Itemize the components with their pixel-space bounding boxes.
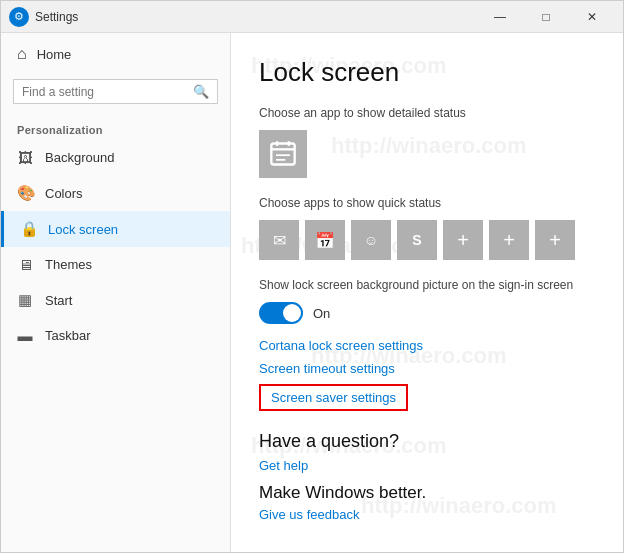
sidebar-item-label-themes: Themes (45, 257, 92, 272)
search-box[interactable]: 🔍 (13, 79, 218, 104)
main-inner: Lock screen Choose an app to show detail… (259, 57, 595, 522)
window-title: Settings (35, 10, 477, 24)
quick-icon-calendar[interactable]: 📅 (305, 220, 345, 260)
titlebar: ⚙ Settings — □ ✕ (1, 1, 623, 33)
sidebar-item-label-background: Background (45, 150, 114, 165)
quick-icon-add-1[interactable]: + (443, 220, 483, 260)
maximize-button[interactable]: □ (523, 1, 569, 33)
sidebar-item-taskbar[interactable]: ▬ Taskbar (1, 318, 230, 353)
window-controls: — □ ✕ (477, 1, 615, 33)
detailed-status-app-icon[interactable] (259, 130, 307, 178)
search-input[interactable] (22, 85, 193, 99)
sidebar-item-label-taskbar: Taskbar (45, 328, 91, 343)
quick-icon-skype[interactable]: S (397, 220, 437, 260)
main-panel: http://winaero.com http://winaero.com ht… (231, 33, 623, 552)
home-icon: ⌂ (17, 45, 27, 63)
content-area: ⌂ Home 🔍 Personalization 🖼 Background 🎨 … (1, 33, 623, 552)
sidebar-item-label-lockscreen: Lock screen (48, 222, 118, 237)
start-icon: ▦ (17, 291, 33, 309)
minimize-button[interactable]: — (477, 1, 523, 33)
sidebar-item-themes[interactable]: 🖥 Themes (1, 247, 230, 282)
search-icon: 🔍 (193, 84, 209, 99)
signin-toggle[interactable] (259, 302, 303, 324)
toggle-knob (283, 304, 301, 322)
section1-label: Choose an app to show detailed status (259, 106, 595, 120)
quick-icon-mail[interactable]: ✉ (259, 220, 299, 260)
cortana-link[interactable]: Cortana lock screen settings (259, 338, 595, 353)
toggle-section-label: Show lock screen background picture on t… (259, 278, 595, 292)
page-title: Lock screen (259, 57, 595, 88)
question-heading: Have a question? (259, 431, 595, 452)
get-help-link[interactable]: Get help (259, 458, 595, 473)
themes-icon: 🖥 (17, 256, 33, 273)
section2-label: Choose apps to show quick status (259, 196, 595, 210)
feedback-link[interactable]: Give us feedback (259, 507, 595, 522)
quick-status-icons: ✉ 📅 ☺ S + + + (259, 220, 595, 260)
taskbar-icon: ▬ (17, 327, 33, 344)
calendar-detail-icon (269, 140, 297, 168)
sidebar-section-label: Personalization (1, 116, 230, 140)
background-icon: 🖼 (17, 149, 33, 166)
timeout-link[interactable]: Screen timeout settings (259, 361, 595, 376)
sidebar-item-colors[interactable]: 🎨 Colors (1, 175, 230, 211)
home-label: Home (37, 47, 72, 62)
sidebar-item-lockscreen[interactable]: 🔒 Lock screen (1, 211, 230, 247)
close-button[interactable]: ✕ (569, 1, 615, 33)
sidebar-item-label-start: Start (45, 293, 72, 308)
svg-rect-0 (271, 144, 294, 165)
toggle-row: On (259, 302, 595, 324)
screensaver-link[interactable]: Screen saver settings (259, 384, 408, 411)
sidebar: ⌂ Home 🔍 Personalization 🖼 Background 🎨 … (1, 33, 231, 552)
colors-icon: 🎨 (17, 184, 33, 202)
quick-icon-face[interactable]: ☺ (351, 220, 391, 260)
quick-icon-add-3[interactable]: + (535, 220, 575, 260)
settings-window: ⚙ Settings — □ ✕ ⌂ Home 🔍 Personalizatio… (0, 0, 624, 553)
sidebar-item-background[interactable]: 🖼 Background (1, 140, 230, 175)
windows-heading: Make Windows better. (259, 483, 595, 503)
sidebar-item-label-colors: Colors (45, 186, 83, 201)
sidebar-item-home[interactable]: ⌂ Home (1, 33, 230, 75)
sidebar-item-start[interactable]: ▦ Start (1, 282, 230, 318)
quick-icon-add-2[interactable]: + (489, 220, 529, 260)
app-icon: ⚙ (9, 7, 29, 27)
toggle-label: On (313, 306, 330, 321)
lockscreen-icon: 🔒 (20, 220, 36, 238)
